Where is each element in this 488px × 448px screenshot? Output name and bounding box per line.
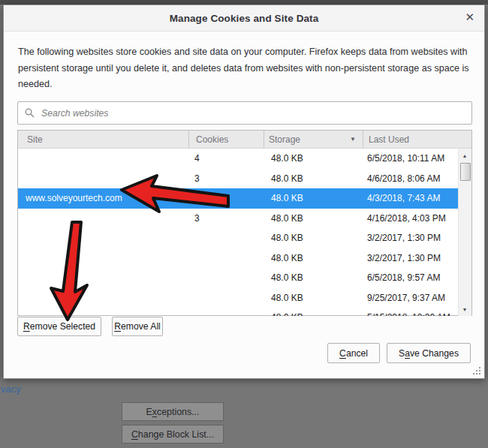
table-row-selected[interactable]: www.solveyourtech.com548.0 KB4/3/2018, 7… — [18, 188, 459, 209]
dialog-titlebar: Manage Cookies and Site Data ✕ — [4, 5, 484, 32]
search-websites-box — [17, 101, 472, 125]
description-line: persistent storage until you delete it, … — [18, 61, 471, 77]
table-row[interactable]: 48.0 KB3/2/2017, 1:30 PM — [18, 228, 459, 248]
dialog-description: The following websites store cookies and… — [18, 44, 471, 93]
button-accesskey: C — [131, 429, 138, 440]
column-header-cookies[interactable]: Cookies — [188, 131, 264, 148]
table-header: Site Cookies Storage ▼ Last Used — [18, 131, 471, 149]
remove-selected-button[interactable]: Remove Selected — [17, 317, 101, 336]
vertical-scrollbar[interactable]: ▲ ▼ — [458, 149, 471, 316]
change-block-list-button[interactable]: Change Block List... — [122, 425, 224, 443]
remove-all-button[interactable]: Remove All — [112, 317, 163, 336]
table-row[interactable]: 48.0 KB6/5/2018, 9:57 AM — [18, 268, 459, 288]
button-label: hange Block List... — [138, 429, 214, 440]
button-label: S — [399, 348, 405, 359]
screen: vacy Exceptions... Change Block List... … — [0, 0, 488, 448]
column-header-last-used[interactable]: Last Used — [363, 131, 471, 148]
table-row[interactable]: 348.0 KB4/6/2018, 8:06 AM — [18, 169, 459, 189]
button-accesskey: C — [339, 348, 346, 359]
scrollbar-thumb[interactable] — [460, 163, 471, 181]
cancel-button[interactable]: Cancel — [327, 343, 380, 363]
search-icon — [25, 108, 35, 118]
column-header-label: Storage — [269, 134, 300, 145]
dialog-title: Manage Cookies and Site Data — [170, 13, 319, 24]
button-label: emove Selected — [30, 321, 95, 332]
sort-descending-icon: ▼ — [350, 136, 356, 143]
description-line: The following websites store cookies and… — [18, 44, 471, 61]
save-changes-button[interactable]: Save Changes — [387, 343, 471, 363]
exceptions-button[interactable]: Exceptions... — [122, 402, 224, 421]
scroll-down-icon[interactable]: ▼ — [459, 303, 471, 315]
resize-grip[interactable] — [473, 367, 481, 375]
table-row[interactable]: 448.0 KB6/5/2018, 10:11 AM — [18, 149, 459, 169]
column-header-site[interactable]: Site — [18, 131, 188, 148]
scroll-up-icon[interactable]: ▲ — [459, 149, 471, 161]
description-line: needed. — [18, 77, 471, 93]
table-row[interactable]: 48.0 KB5/15/2018, 10:30 AM — [18, 308, 459, 316]
table-row[interactable]: 48.0 KB3/2/2017, 1:30 PM — [18, 248, 459, 269]
button-accesskey: R — [114, 321, 121, 332]
button-accesskey: a — [405, 348, 410, 359]
close-icon[interactable]: ✕ — [465, 10, 474, 25]
table-row[interactable]: 48.0 KB9/25/2017, 9:37 AM — [18, 288, 459, 308]
dialog-footer-actions: Cancel Save Changes — [327, 343, 471, 363]
button-label: ve Changes — [410, 348, 459, 359]
button-label: E — [146, 407, 152, 417]
button-label: ceptions... — [157, 407, 199, 417]
table-row[interactable]: 348.0 KB4/16/2018, 4:03 PM — [18, 209, 459, 229]
manage-cookies-dialog: Manage Cookies and Site Data ✕ The follo… — [3, 5, 485, 379]
button-label: ancel — [346, 348, 368, 359]
button-label: emove All — [121, 321, 161, 332]
column-header-storage[interactable]: Storage ▼ — [264, 131, 363, 148]
button-accesskey: R — [23, 321, 30, 332]
table-body: 448.0 KB6/5/2018, 10:11 AM 348.0 KB4/6/2… — [18, 149, 471, 316]
privacy-link-partial[interactable]: vacy — [1, 383, 21, 395]
site-data-table: Site Cookies Storage ▼ Last Used 448.0 K… — [17, 130, 472, 316]
search-input[interactable] — [40, 107, 465, 119]
